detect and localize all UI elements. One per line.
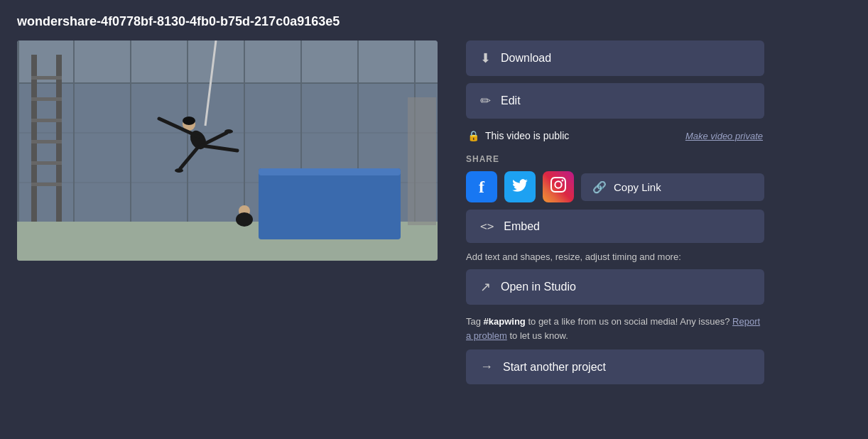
edit-label: Edit: [501, 94, 521, 107]
share-row: f 🔗 Copy Link: [466, 171, 764, 202]
copy-link-label: Copy Link: [614, 181, 661, 193]
page-title: wondershare-4f0778bf-8130-4fb0-b75d-217c…: [17, 14, 851, 29]
svg-rect-20: [31, 119, 62, 122]
copy-link-button[interactable]: 🔗 Copy Link: [581, 173, 764, 201]
download-label: Download: [501, 52, 551, 65]
svg-rect-22: [31, 161, 62, 165]
privacy-status: This video is public: [485, 130, 680, 141]
embed-button[interactable]: <> Embed: [466, 210, 764, 243]
facebook-button[interactable]: f: [466, 171, 497, 202]
svg-point-28: [183, 116, 195, 125]
download-button[interactable]: ⬇ Download: [466, 40, 764, 76]
lock-icon: 🔒: [467, 130, 479, 141]
svg-rect-18: [31, 76, 62, 80]
svg-point-36: [236, 212, 253, 227]
tag-suffix: to get a like from us on social media! A…: [526, 316, 730, 327]
svg-rect-19: [31, 97, 62, 101]
open-in-studio-label: Open in Studio: [501, 281, 576, 293]
start-another-project-label: Start another project: [503, 361, 606, 374]
arrow-icon: →: [480, 359, 493, 374]
download-icon: ⬇: [480, 50, 491, 66]
svg-rect-16: [31, 55, 37, 222]
report-suffix: to let us know.: [507, 330, 568, 341]
twitter-button[interactable]: [504, 171, 536, 202]
edit-button[interactable]: ✏ Edit: [466, 83, 764, 119]
tag-section: Tag #kapwing to get a like from us on so…: [466, 315, 764, 342]
video-panel: [17, 40, 438, 425]
svg-rect-17: [56, 55, 62, 222]
embed-icon: <>: [480, 220, 494, 233]
studio-description: Add text and shapes, resize, adjust timi…: [466, 251, 764, 262]
svg-rect-14: [259, 168, 401, 239]
svg-rect-1: [17, 40, 438, 83]
instagram-button[interactable]: [543, 171, 574, 202]
start-another-project-button[interactable]: → Start another project: [466, 349, 764, 384]
make-private-link[interactable]: Make video private: [685, 131, 763, 141]
link-icon: 🔗: [592, 180, 607, 194]
svg-point-34: [224, 129, 233, 134]
twitter-icon: [512, 178, 528, 196]
open-in-studio-button[interactable]: ↗ Open in Studio: [466, 269, 764, 305]
svg-rect-15: [259, 168, 401, 175]
external-icon: ↗: [480, 279, 491, 295]
svg-rect-24: [408, 97, 436, 225]
embed-label: Embed: [504, 220, 540, 233]
tag-handle: #kapwing: [484, 316, 526, 327]
edit-icon: ✏: [480, 93, 491, 109]
share-label: SHARE: [466, 154, 764, 164]
svg-point-33: [175, 168, 183, 173]
instagram-icon: [550, 177, 566, 197]
svg-rect-23: [31, 183, 62, 186]
facebook-icon: f: [479, 178, 484, 197]
video-thumbnail: [17, 40, 438, 261]
svg-rect-21: [31, 140, 62, 143]
privacy-row: 🔒 This video is public Make video privat…: [466, 126, 764, 146]
actions-panel: ⬇ Download ✏ Edit 🔒 This video is public…: [466, 40, 764, 425]
tag-prefix: Tag: [466, 316, 484, 327]
